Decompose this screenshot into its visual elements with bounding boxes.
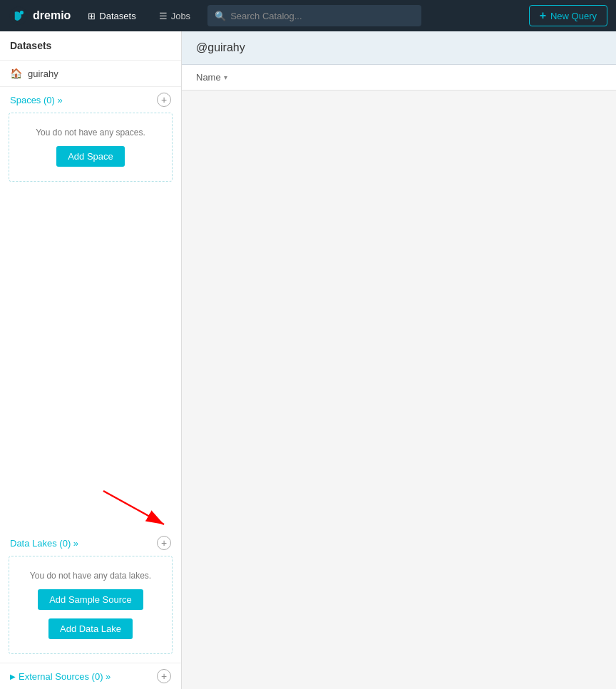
data-lakes-section-header: Data Lakes (0) » + — [0, 530, 181, 556]
username-label: guirahy — [28, 68, 58, 79]
sidebar-spacer — [0, 190, 181, 487]
svg-point-1 — [20, 11, 24, 14]
spaces-empty-text: You do not have any spaces. — [36, 128, 145, 138]
arrow-annotation — [0, 487, 182, 530]
name-column-header[interactable]: Name — [196, 72, 221, 83]
add-sample-source-button[interactable]: Add Sample Source — [38, 589, 143, 610]
spaces-empty-box: You do not have any spaces. Add Space — [9, 113, 173, 182]
main-body — [182, 90, 616, 689]
dremio-logo-icon — [9, 6, 29, 26]
external-sources-section: ▶ External Sources (0) » + — [0, 663, 181, 689]
plus-icon: + — [161, 671, 167, 681]
arrow-svg — [39, 487, 182, 530]
home-icon: 🏠 — [10, 68, 22, 79]
breadcrumb: @guirahy — [196, 41, 245, 53]
main-content: @guirahy Name ▾ — [182, 31, 616, 689]
svg-line-3 — [103, 491, 164, 524]
sort-icon: ▾ — [224, 73, 227, 81]
sidebar-user[interactable]: 🏠 guirahy — [0, 61, 181, 87]
sidebar: Datasets 🏠 guirahy Spaces (0) » + You do… — [0, 31, 182, 689]
new-query-button[interactable]: + New Query — [529, 5, 607, 26]
search-icon: 🔍 — [215, 11, 226, 21]
chevron-right-icon: ▶ — [10, 673, 16, 680]
plus-icon: + — [161, 538, 167, 548]
external-sources-label: External Sources (0) » — [19, 671, 111, 682]
sidebar-title: Datasets — [0, 31, 181, 61]
list-icon: ☰ — [159, 11, 168, 21]
add-external-source-icon-button[interactable]: + — [157, 669, 171, 683]
spaces-link[interactable]: Spaces (0) » — [10, 95, 63, 105]
main-header: @guirahy — [182, 31, 616, 65]
spaces-section-header: Spaces (0) » + — [0, 87, 181, 113]
add-data-lake-icon-button[interactable]: + — [157, 536, 171, 550]
datasets-label: Datasets — [99, 11, 135, 21]
grid-icon: ⊞ — [88, 11, 96, 21]
search-input[interactable] — [230, 11, 414, 21]
data-lakes-empty-box: You do not have any data lakes. Add Samp… — [9, 556, 173, 654]
add-space-icon-button[interactable]: + — [157, 93, 171, 107]
search-bar: 🔍 — [207, 5, 421, 26]
data-lakes-empty-text: You do not have any data lakes. — [30, 571, 151, 581]
logo-area[interactable]: dremio — [9, 6, 71, 26]
logo-text: dremio — [33, 9, 71, 22]
external-sources-link[interactable]: ▶ External Sources (0) » — [10, 671, 111, 682]
data-lakes-link[interactable]: Data Lakes (0) » — [10, 538, 78, 549]
jobs-label: Jobs — [171, 11, 190, 21]
table-header-row: Name ▾ — [182, 65, 616, 90]
plus-icon: + — [161, 95, 167, 105]
plus-icon: + — [540, 9, 546, 22]
add-data-lake-button[interactable]: Add Data Lake — [48, 618, 133, 639]
top-navigation: dremio ⊞ Datasets ☰ Jobs 🔍 + New Query — [0, 0, 616, 31]
datasets-nav[interactable]: ⊞ Datasets — [82, 8, 141, 24]
main-layout: Datasets 🏠 guirahy Spaces (0) » + You do… — [0, 31, 616, 689]
jobs-nav[interactable]: ☰ Jobs — [153, 8, 196, 24]
add-space-button[interactable]: Add Space — [56, 146, 125, 167]
